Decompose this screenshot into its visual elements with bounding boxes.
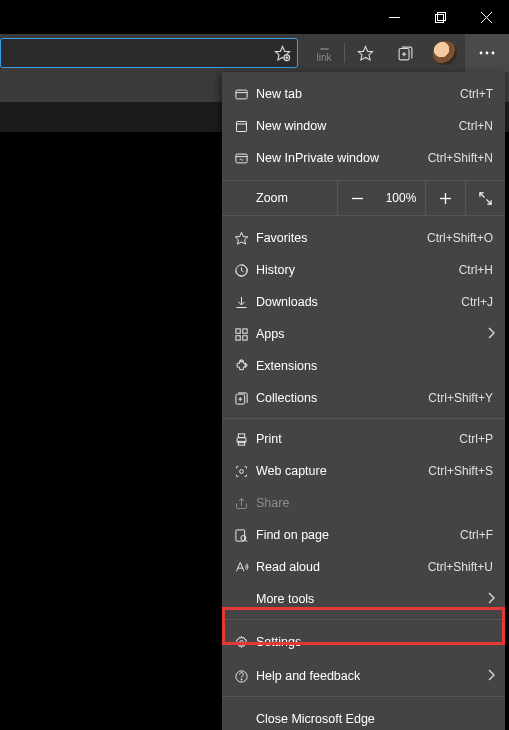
new-window-icon [234,119,256,134]
svg-rect-32 [243,328,247,332]
minimize-button[interactable] [371,0,417,34]
menu-item-history[interactable]: History Ctrl+H [222,254,505,286]
zoom-out-button[interactable] [337,180,377,216]
maximize-button[interactable] [417,0,463,34]
read-aloud-icon [234,560,256,575]
menu-label: Downloads [256,295,461,309]
apps-icon [234,327,256,342]
svg-point-49 [240,640,244,644]
address-bar[interactable] [0,38,298,68]
svg-point-51 [241,679,242,680]
menu-shortcut: Ctrl+Shift+S [428,464,493,478]
chevron-right-icon [487,592,495,607]
menu-shortcut: Ctrl+Shift+N [428,151,493,165]
svg-rect-41 [238,433,244,437]
svg-rect-2 [437,12,445,20]
svg-rect-31 [236,328,240,332]
web-capture-icon [234,464,256,479]
star-icon [234,231,256,246]
svg-rect-42 [238,441,244,445]
settings-menu: New tab Ctrl+T New window Ctrl+N New InP… [222,72,505,730]
menu-item-close-edge[interactable]: Close Microsoft Edge [222,701,505,730]
link-tool[interactable]: link [304,44,344,63]
svg-marker-27 [235,232,248,244]
svg-rect-16 [236,90,247,99]
collections-icon [234,391,256,406]
find-icon [234,528,256,543]
menu-shortcut: Ctrl+F [460,528,493,542]
menu-item-new-window[interactable]: New window Ctrl+N [222,110,505,142]
menu-item-favorites[interactable]: Favorites Ctrl+Shift+O [222,222,505,254]
new-tab-icon [234,87,256,102]
menu-label: Share [256,496,493,510]
menu-label: Apps [256,327,493,341]
avatar-image [433,41,457,65]
close-window-button[interactable] [463,0,509,34]
menu-item-more-tools[interactable]: More tools [222,583,505,615]
menu-shortcut: Ctrl+T [460,87,493,101]
svg-line-47 [245,539,247,541]
svg-line-25 [480,192,485,197]
help-icon [234,669,256,684]
inprivate-icon [234,151,256,166]
menu-item-help[interactable]: Help and feedback [222,660,505,692]
more-menu-button[interactable] [465,34,509,72]
share-icon [234,496,256,511]
menu-item-apps[interactable]: Apps [222,318,505,350]
menu-shortcut: Ctrl+Shift+Y [428,391,493,405]
menu-shortcut: Ctrl+H [459,263,493,277]
menu-label: New tab [256,87,460,101]
zoom-row: Zoom 100% [222,180,505,216]
svg-rect-34 [243,335,247,339]
menu-separator [222,619,505,620]
chevron-right-icon [487,327,495,342]
zoom-in-button[interactable] [425,180,465,216]
gear-icon [234,635,256,650]
svg-rect-18 [237,121,247,131]
menu-label: Print [256,432,459,446]
menu-item-downloads[interactable]: Downloads Ctrl+J [222,286,505,318]
menu-label: Find on page [256,528,460,542]
browser-toolbar: link [0,34,509,72]
svg-rect-33 [236,335,240,339]
collections-toolbar-icon[interactable] [385,34,425,72]
menu-item-print[interactable]: Print Ctrl+P [222,423,505,455]
svg-point-15 [492,52,495,55]
menu-label: Help and feedback [256,669,493,683]
svg-rect-1 [435,14,443,22]
profile-avatar[interactable] [425,34,465,72]
menu-label: Collections [256,391,428,405]
download-icon [234,295,256,310]
menu-label: History [256,263,459,277]
extensions-icon [234,359,256,374]
menu-item-find[interactable]: Find on page Ctrl+F [222,519,505,551]
svg-point-13 [480,52,483,55]
add-favorite-icon[interactable] [274,45,291,62]
menu-item-read-aloud[interactable]: Read aloud Ctrl+Shift+U [222,551,505,583]
fullscreen-button[interactable] [465,180,505,216]
history-icon [234,263,256,278]
menu-item-extensions[interactable]: Extensions [222,350,505,382]
menu-label: Web capture [256,464,428,478]
menu-label: Extensions [256,359,493,373]
menu-item-new-inprivate[interactable]: New InPrivate window Ctrl+Shift+N [222,142,505,174]
svg-point-43 [240,469,244,473]
menu-shortcut: Ctrl+N [459,119,493,133]
menu-item-web-capture[interactable]: Web capture Ctrl+Shift+S [222,455,505,487]
zoom-value: 100% [377,191,425,205]
menu-label: More tools [234,592,493,606]
favorites-toolbar-icon[interactable] [345,34,385,72]
menu-shortcut: Ctrl+J [461,295,493,309]
menu-label: Close Microsoft Edge [234,712,493,726]
svg-marker-9 [358,46,372,59]
menu-shortcut: Ctrl+Shift+O [427,231,493,245]
menu-item-share: Share [222,487,505,519]
menu-label: Read aloud [256,560,428,574]
titlebar [0,0,509,34]
menu-separator [222,418,505,419]
menu-item-settings[interactable]: Settings [222,624,505,660]
chevron-right-icon [487,669,495,684]
svg-line-26 [486,199,491,204]
menu-item-new-tab[interactable]: New tab Ctrl+T [222,78,505,110]
menu-item-collections[interactable]: Collections Ctrl+Shift+Y [222,382,505,414]
